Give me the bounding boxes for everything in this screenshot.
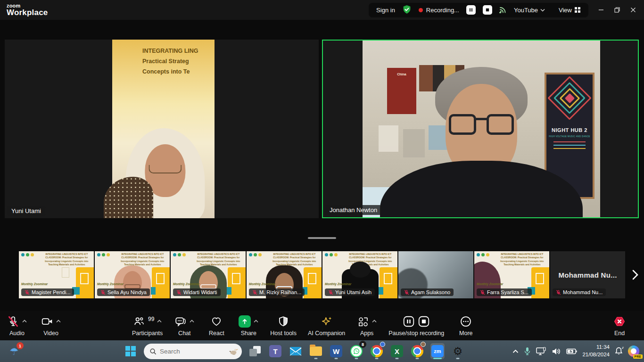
shield-icon: [277, 315, 289, 328]
mail-app-button[interactable]: [289, 343, 303, 359]
share-options-chevron[interactable]: [254, 320, 258, 323]
share-button[interactable]: Share: [238, 315, 259, 337]
ai-companion-button[interactable]: AI Companion: [308, 315, 345, 337]
teams-app-button[interactable]: T: [268, 343, 282, 359]
chrome-profile2-button[interactable]: [410, 343, 424, 359]
participant-name-label: Jonathan Newton: [325, 205, 381, 215]
whatsapp-button[interactable]: 8: [349, 343, 363, 359]
participant-thumbnail[interactable]: INTEGRATING LINGUISTICS INTO ICT CLASSRO…: [247, 251, 322, 298]
word-app-button[interactable]: W: [329, 343, 343, 359]
window-controls: [593, 3, 641, 17]
video-button[interactable]: Video: [41, 315, 61, 337]
participant-name-label: Widarti Widarti: [173, 288, 221, 296]
whatsapp-badge: 8: [359, 341, 366, 348]
restore-button[interactable]: [609, 3, 625, 17]
video-options-chevron[interactable]: [56, 320, 61, 323]
search-input[interactable]: [160, 348, 225, 355]
security-shield-icon[interactable]: [402, 5, 412, 16]
volume-indicator[interactable]: [552, 347, 561, 355]
participant-thumbnail[interactable]: INTEGRATING LINGUISTICS INTO ICT CLASSRO…: [95, 251, 170, 298]
participant-thumbnail[interactable]: INTEGRATING LINGUISTICS INTO ICT CLASSRO…: [322, 251, 397, 298]
battery-indicator[interactable]: [566, 348, 577, 354]
participant-thumbnail[interactable]: Agam Sulaksono: [398, 251, 473, 298]
video-tile-yuni[interactable]: INTEGRATING LING Practical Strateg Conce…: [5, 40, 319, 218]
task-view-button[interactable]: [248, 343, 262, 359]
stop-recording-titlebar-button[interactable]: [483, 5, 492, 15]
mic-in-use-indicator[interactable]: [524, 347, 531, 355]
start-button[interactable]: [124, 343, 138, 359]
heart-icon: [210, 315, 223, 328]
muted-mic-icon: [176, 290, 182, 295]
close-button[interactable]: [625, 3, 641, 17]
excel-app-button[interactable]: X: [390, 343, 404, 359]
filmstrip-resize-handle[interactable]: [308, 237, 336, 239]
glasses-shape: [149, 165, 182, 173]
clock[interactable]: 11:34 21/08/2024: [582, 344, 610, 358]
system-tray: 11:34 21/08/2024 z PRE: [512, 340, 639, 362]
file-explorer-button[interactable]: [309, 343, 323, 359]
participant-thumbnail[interactable]: INTEGRATING LINGUISTICS INTO ICT CLASSRO…: [474, 251, 549, 298]
apps-options-chevron[interactable]: [372, 320, 377, 323]
copilot-button[interactable]: PRE: [628, 346, 639, 357]
wall-poster-china: China: [387, 68, 416, 114]
taskbar-search[interactable]: [144, 344, 242, 359]
participant-thumbnail[interactable]: Mohammad Nu... Mohammad Nu...: [550, 251, 625, 298]
participant-thumbnail[interactable]: INTEGRATING LINGUISTICS INTO ICT CLASSRO…: [171, 251, 246, 298]
chrome-icon: [411, 345, 423, 357]
audio-button[interactable]: Audio: [7, 315, 27, 337]
cast-display-indicator[interactable]: [536, 347, 546, 356]
youtube-live-button[interactable]: YouTube: [514, 7, 545, 14]
sign-in-label: Sign in: [376, 7, 395, 14]
settings-button[interactable]: ⚙: [451, 343, 465, 359]
pause-recording-titlebar-button[interactable]: [466, 5, 476, 15]
participants-options-chevron[interactable]: [157, 320, 162, 323]
sign-in-button[interactable]: Sign in: [376, 7, 395, 14]
chat-options-chevron[interactable]: [190, 320, 194, 323]
chrome-button[interactable]: [370, 343, 384, 359]
slide-line-3: Concepts into Te: [142, 67, 215, 77]
live-stream-icon: [499, 6, 507, 15]
participants-count: 99: [148, 316, 154, 322]
pause-stop-recording-button[interactable]: Pause/stop recording: [388, 315, 444, 337]
more-button[interactable]: More: [455, 315, 476, 337]
weather-widget-button[interactable]: ☂ 1: [7, 344, 22, 359]
notifications-bell-button[interactable]: z: [615, 347, 623, 355]
folder-icon: [310, 346, 322, 356]
chevron-right-icon: [632, 270, 638, 280]
glasses-shape: [446, 114, 517, 135]
chrome-profile-overlay: [380, 342, 385, 347]
video-tile-jonathan-active-speaker[interactable]: China NIGHT HUB 2 HIGH VOLTAGE MUSIC AND…: [322, 40, 639, 218]
view-button[interactable]: View: [559, 7, 581, 14]
chat-button[interactable]: Chat: [174, 315, 195, 337]
chrome-avatar-overlay: [421, 342, 426, 347]
tray-mic-icon: [524, 347, 531, 355]
copilot-pre-badge: PRE: [633, 354, 643, 359]
participant-thumbnail[interactable]: INTEGRATING LINGUISTICS INTO ICT CLASSRO…: [19, 251, 94, 298]
tray-display-icon: [536, 347, 546, 356]
react-button[interactable]: React: [206, 315, 227, 337]
participants-button[interactable]: 99 Participants: [132, 315, 163, 337]
jonathan-video-feed: China NIGHT HUB 2 HIGH VOLTAGE MUSIC AND…: [363, 41, 600, 217]
audio-options-chevron[interactable]: [22, 320, 27, 323]
slide-line-2: Practical Strateg: [142, 57, 215, 67]
end-meeting-button[interactable]: End: [609, 315, 630, 337]
zoom-workplace-logo: zoom Workplace: [7, 3, 48, 17]
participants-icon: [133, 315, 145, 328]
teams-icon: T: [269, 345, 281, 357]
apps-button[interactable]: Apps: [356, 315, 377, 337]
host-tools-button[interactable]: Host tools: [270, 315, 297, 337]
end-call-icon: [613, 315, 626, 328]
participant-name-label: Farra Syarliza S...: [477, 288, 532, 296]
minimize-button[interactable]: [593, 3, 609, 17]
poster-diamonds: [553, 81, 586, 115]
zoom-app-button[interactable]: zm: [430, 343, 445, 359]
tray-overflow-chevron[interactable]: [512, 349, 519, 354]
pause-recording-icon: [403, 315, 415, 328]
filmstrip-next-page-button[interactable]: [629, 267, 641, 283]
view-label: View: [559, 7, 572, 14]
search-icon: [149, 348, 157, 355]
muted-mic-icon: [480, 290, 485, 295]
battery-charging-icon: [566, 348, 577, 354]
ai-companion-sparkle-icon: [321, 315, 333, 328]
titlebar-controls-pill: Sign in Recording...: [369, 3, 588, 17]
